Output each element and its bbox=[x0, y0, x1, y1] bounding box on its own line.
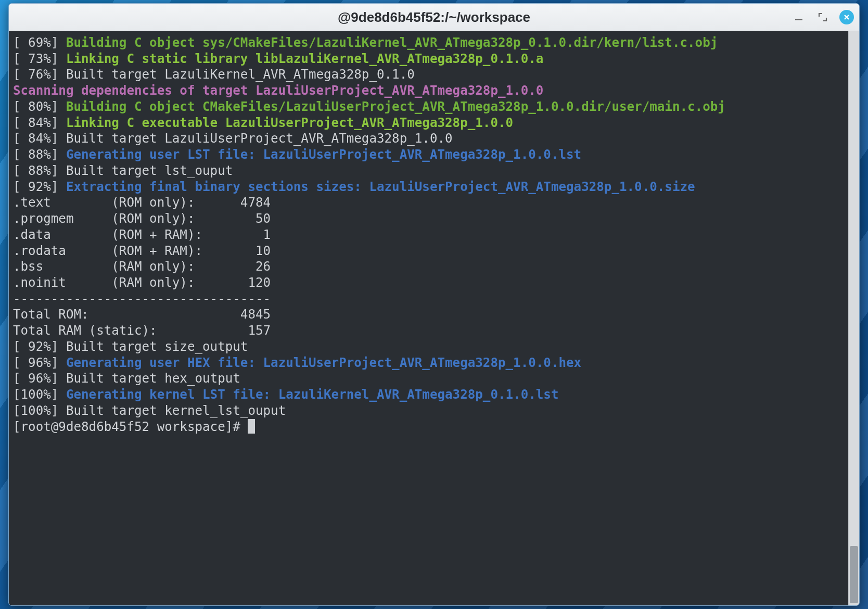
terminal-segment: .rodata (ROM + RAM): 10 bbox=[13, 244, 271, 258]
terminal-line: ---------------------------------- bbox=[13, 291, 846, 307]
terminal-segment: .bss (RAM only): 26 bbox=[13, 259, 271, 274]
terminal-segment: Building C object CMakeFiles/LazuliUserP… bbox=[66, 99, 725, 114]
terminal-output[interactable]: [ 69%] Building C object sys/CMakeFiles/… bbox=[9, 31, 848, 605]
terminal-segment: .progmem (ROM only): 50 bbox=[13, 211, 271, 226]
terminal-line: .rodata (ROM + RAM): 10 bbox=[13, 243, 846, 259]
terminal-segment: [ 76%] Built target LazuliKernel_AVR_ATm… bbox=[13, 67, 415, 82]
terminal-segment: Generating user HEX file: LazuliUserProj… bbox=[66, 356, 581, 370]
prompt-line[interactable]: [root@9de8d6b45f52 workspace]# bbox=[13, 419, 846, 435]
terminal-window: @9de8d6b45f52:/~/workspace [ 69%] Buildi… bbox=[8, 3, 860, 606]
cursor bbox=[248, 419, 255, 434]
terminal-line: [ 96%] Generating user HEX file: LazuliU… bbox=[13, 355, 846, 371]
terminal-segment: Building C object sys/CMakeFiles/LazuliK… bbox=[66, 35, 718, 50]
terminal-line: [ 96%] Built target hex_output bbox=[13, 371, 846, 387]
terminal-line: [ 88%] Built target lst_ouput bbox=[13, 163, 846, 179]
terminal-segment: [100%] bbox=[13, 387, 66, 402]
titlebar[interactable]: @9de8d6b45f52:/~/workspace bbox=[9, 4, 859, 31]
terminal-line: [ 84%] Built target LazuliUserProject_AV… bbox=[13, 131, 846, 147]
terminal-segment: Linking C executable LazuliUserProject_A… bbox=[66, 116, 513, 130]
terminal-segment: Generating user LST file: LazuliUserProj… bbox=[66, 147, 581, 162]
close-button[interactable] bbox=[839, 10, 854, 24]
maximize-button[interactable] bbox=[815, 10, 830, 24]
terminal-line: .text (ROM only): 4784 bbox=[13, 195, 846, 211]
terminal-line: [ 80%] Building C object CMakeFiles/Lazu… bbox=[13, 99, 846, 115]
terminal-line: Scanning dependencies of target LazuliUs… bbox=[13, 83, 846, 99]
terminal-segment: Linking C static library libLazuliKernel… bbox=[66, 52, 543, 66]
terminal-segment: [ 92%] bbox=[13, 180, 66, 194]
terminal-segment: Total ROM: 4845 bbox=[13, 307, 271, 322]
terminal-segment: Extracting final binary sections sizes: … bbox=[66, 180, 695, 194]
terminal-segment: Scanning dependencies of target LazuliUs… bbox=[13, 83, 543, 98]
terminal-segment: [ 73%] bbox=[13, 52, 66, 66]
window-title: @9de8d6b45f52:/~/workspace bbox=[338, 9, 530, 26]
terminal-line: .data (ROM + RAM): 1 bbox=[13, 227, 846, 243]
minimize-button[interactable] bbox=[792, 10, 806, 24]
terminal-segment: .text (ROM only): 4784 bbox=[13, 195, 271, 210]
terminal-body: [ 69%] Building C object sys/CMakeFiles/… bbox=[9, 31, 859, 605]
terminal-line: Total RAM (static): 157 bbox=[13, 323, 846, 339]
terminal-line: [ 92%] Built target size_output bbox=[13, 339, 846, 355]
terminal-segment: ---------------------------------- bbox=[13, 291, 271, 306]
terminal-segment: .data (ROM + RAM): 1 bbox=[13, 227, 271, 242]
terminal-segment: [ 88%] Built target lst_ouput bbox=[13, 163, 233, 178]
terminal-segment: .noinit (RAM only): 120 bbox=[13, 275, 271, 290]
terminal-line: .bss (RAM only): 26 bbox=[13, 259, 846, 275]
terminal-segment: Generating kernel LST file: LazuliKernel… bbox=[66, 387, 559, 402]
terminal-line: Total ROM: 4845 bbox=[13, 307, 846, 323]
window-controls bbox=[792, 4, 854, 31]
desktop: @9de8d6b45f52:/~/workspace [ 69%] Buildi… bbox=[0, 0, 868, 609]
terminal-segment: [ 84%] bbox=[13, 116, 66, 130]
terminal-segment: [ 92%] Built target size_output bbox=[13, 339, 248, 354]
terminal-segment: [100%] Built target kernel_lst_ouput bbox=[13, 403, 286, 418]
terminal-segment: [ 69%] bbox=[13, 35, 66, 50]
terminal-segment: [ 96%] bbox=[13, 356, 66, 370]
terminal-line: [ 73%] Linking C static library libLazul… bbox=[13, 51, 846, 67]
terminal-segment: Total RAM (static): 157 bbox=[13, 323, 271, 338]
terminal-segment: [ 88%] bbox=[13, 147, 66, 162]
terminal-line: [100%] Built target kernel_lst_ouput bbox=[13, 403, 846, 419]
shell-prompt: [root@9de8d6b45f52 workspace]# bbox=[13, 420, 248, 434]
terminal-line: [ 69%] Building C object sys/CMakeFiles/… bbox=[13, 35, 846, 51]
scrollbar[interactable] bbox=[848, 31, 859, 605]
terminal-line: [100%] Generating kernel LST file: Lazul… bbox=[13, 387, 846, 403]
terminal-line: .noinit (RAM only): 120 bbox=[13, 275, 846, 291]
terminal-line: [ 88%] Generating user LST file: LazuliU… bbox=[13, 147, 846, 163]
terminal-segment: [ 84%] Built target LazuliUserProject_AV… bbox=[13, 131, 453, 146]
terminal-line: [ 84%] Linking C executable LazuliUserPr… bbox=[13, 115, 846, 131]
terminal-line: [ 92%] Extracting final binary sections … bbox=[13, 179, 846, 195]
terminal-segment: [ 96%] Built target hex_output bbox=[13, 371, 240, 386]
terminal-segment: [ 80%] bbox=[13, 99, 66, 114]
terminal-line: .progmem (ROM only): 50 bbox=[13, 211, 846, 227]
scrollbar-thumb[interactable] bbox=[850, 546, 858, 603]
terminal-line: [ 76%] Built target LazuliKernel_AVR_ATm… bbox=[13, 67, 846, 83]
